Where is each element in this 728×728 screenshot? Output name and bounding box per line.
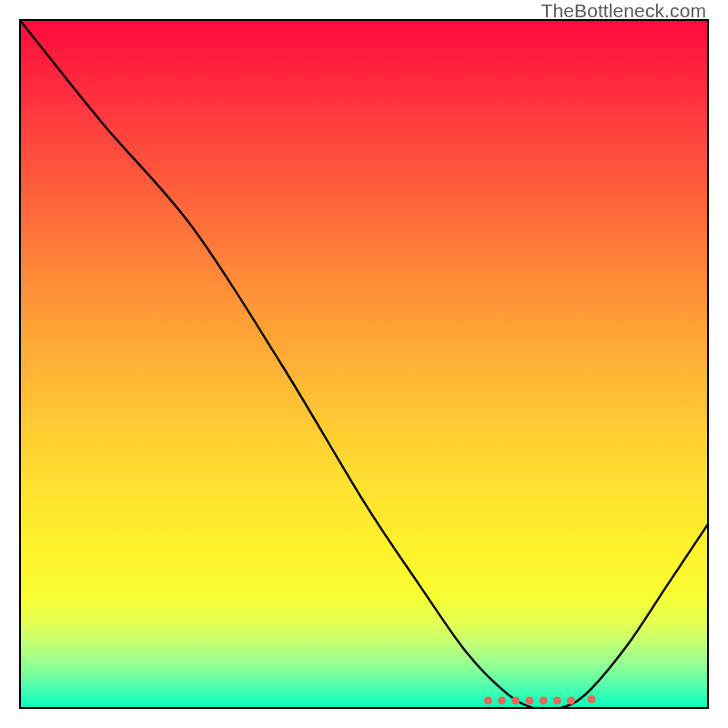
optimal-marker-dot <box>567 696 575 704</box>
optimal-marker-dot <box>525 696 533 704</box>
optimal-marker-dot <box>540 696 548 704</box>
optimal-marker-dot <box>484 696 492 704</box>
bottleneck-curve-line <box>19 19 709 709</box>
optimal-marker-dot <box>498 696 506 704</box>
optimal-marker-dot <box>588 695 596 703</box>
chart-svg <box>19 19 709 709</box>
chart-frame <box>19 19 709 709</box>
optimal-marker-dot <box>553 696 561 704</box>
optimal-marker-dot <box>511 696 520 704</box>
